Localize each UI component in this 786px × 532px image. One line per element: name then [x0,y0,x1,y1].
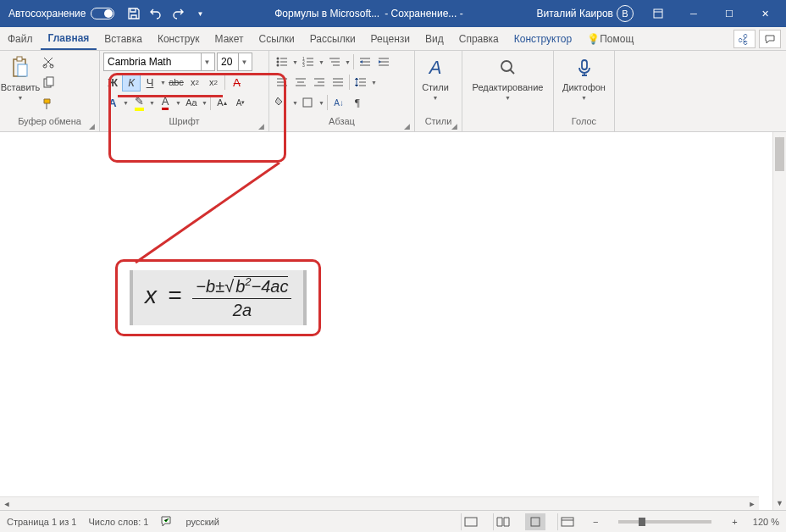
web-layout-button[interactable] [557,513,578,530]
dialog-launcher-icon[interactable]: ◢ [402,122,411,130]
tab-help[interactable]: Справка [451,27,506,50]
justify-button[interactable] [329,73,347,91]
horizontal-scrollbar[interactable]: ◄ ► [0,496,759,510]
close-button[interactable]: ✕ [747,0,783,27]
language-indicator[interactable]: русский [185,517,219,527]
font-size-input[interactable] [218,53,238,70]
share-button[interactable] [733,30,756,48]
zoom-level[interactable]: 120 % [753,517,779,527]
chevron-down-icon: ▼ [18,95,25,101]
editing-button[interactable]: Редактирование ▼ [466,53,550,112]
equals-sign: = [168,282,181,308]
show-marks-button[interactable]: ¶ [348,93,367,112]
tab-layout[interactable]: Макет [208,27,252,50]
borders-button[interactable] [299,93,318,112]
minimize-button[interactable]: ─ [676,0,711,27]
tab-home[interactable]: Главная [41,27,97,50]
font-name-combo[interactable]: ▼ [103,53,215,71]
focus-mode-button[interactable] [461,513,481,530]
shading-button[interactable] [273,93,291,112]
bullets-button[interactable] [273,53,291,71]
font-size-combo[interactable]: ▼ [217,53,252,71]
chevron-down-icon[interactable]: ▼ [238,53,250,70]
autosave-toggle[interactable] [91,8,114,19]
dictate-button[interactable]: Диктофон ▼ [557,53,611,112]
copy-button[interactable] [39,74,58,92]
paste-button[interactable]: Вставить ▼ [3,53,37,112]
svg-rect-2 [17,57,22,61]
equation-object[interactable]: x = −b±b2−4ac 2a [130,270,307,325]
group-editing: Редактирование ▼ [462,51,554,131]
dialog-launcher-icon[interactable]: ◢ [450,122,458,130]
strikethrough-button[interactable]: abc [167,73,185,91]
maximize-button[interactable]: ☐ [711,0,747,27]
word-count[interactable]: Число слов: 1 [88,517,148,527]
zoom-slider[interactable] [618,520,711,524]
page-indicator[interactable]: Страница 1 из 1 [7,517,76,527]
dialog-launcher-icon[interactable]: ◢ [257,122,265,130]
svg-rect-3 [18,64,27,76]
svg-rect-7 [47,77,53,86]
align-center-button[interactable] [291,73,310,91]
bold-button[interactable]: Ж [103,73,122,91]
numbering-button[interactable]: 123 [299,53,318,71]
decrease-indent-button[interactable] [356,53,374,71]
save-icon[interactable] [126,6,141,21]
annotation-equation-highlight: x = −b±b2−4ac 2a [115,259,321,336]
dialog-launcher-icon[interactable]: ◢ [87,122,96,130]
tab-mailings[interactable]: Рассылки [302,27,363,50]
document-page[interactable]: x = −b±b2−4ac 2a ◄ ► [0,132,772,510]
underline-button[interactable]: Ч [141,73,159,91]
styles-button[interactable]: A Стили ▼ [418,53,452,112]
align-left-button[interactable] [273,73,291,91]
sort-button[interactable]: А↓ [329,93,348,112]
user-avatar-icon: В [617,5,634,22]
align-right-button[interactable] [310,73,329,91]
tab-file[interactable]: Файл [0,27,41,50]
group-voice: Диктофон ▼ Голос [554,51,615,131]
tab-view[interactable]: Вид [418,27,451,50]
user-name: Виталий Каиров [536,8,613,19]
ribbon-options-button[interactable] [640,0,676,27]
spellcheck-icon[interactable] [160,515,174,529]
scroll-left-icon[interactable]: ◄ [0,497,14,510]
svg-point-9 [277,61,280,64]
shrink-font-button[interactable]: A▾ [231,93,250,112]
tab-references[interactable]: Ссылки [251,27,302,50]
zoom-in-button[interactable]: + [728,517,740,527]
tab-equation-tools[interactable]: Конструктор [506,27,579,50]
font-name-input[interactable] [104,53,201,70]
tab-design[interactable]: Конструк [150,27,208,50]
scrollbar-thumb[interactable] [775,137,784,171]
qat-dropdown-icon[interactable]: ▼ [192,6,208,21]
subscript-button[interactable]: x2 [185,73,204,91]
tab-insert[interactable]: Вставка [97,27,150,50]
save-status: - Сохранение... - [385,8,463,19]
undo-icon[interactable] [148,6,163,21]
cut-button[interactable] [39,53,58,71]
redo-icon[interactable] [170,6,185,21]
user-account[interactable]: Виталий Каиров В [529,5,640,22]
clear-formatting-button[interactable]: A̶ [227,73,246,91]
equation-fraction: −b±b2−4ac 2a [192,275,291,320]
italic-button[interactable]: К [122,73,141,91]
vertical-scrollbar[interactable]: ▲ ▼ [772,132,786,510]
format-painter-button[interactable] [39,95,58,114]
multilevel-list-button[interactable] [325,53,344,71]
zoom-out-button[interactable]: − [590,517,601,527]
superscript-button[interactable]: x2 [204,73,223,91]
title-bar: Автосохранение ▼ Формулы в Microsoft... … [0,0,786,27]
tab-review[interactable]: Рецензи [363,27,418,50]
svg-text:3: 3 [302,63,305,68]
line-spacing-button[interactable] [351,73,370,91]
svg-rect-18 [465,518,477,526]
scroll-right-icon[interactable]: ► [745,497,759,510]
svg-rect-19 [531,518,540,526]
print-layout-button[interactable] [525,513,545,530]
scroll-down-icon[interactable]: ▼ [773,496,786,510]
read-mode-button[interactable] [493,513,513,530]
tell-me[interactable]: 💡 Помощ [579,27,641,50]
increase-indent-button[interactable] [374,53,393,71]
chevron-down-icon[interactable]: ▼ [201,53,213,70]
comments-button[interactable] [759,30,781,48]
